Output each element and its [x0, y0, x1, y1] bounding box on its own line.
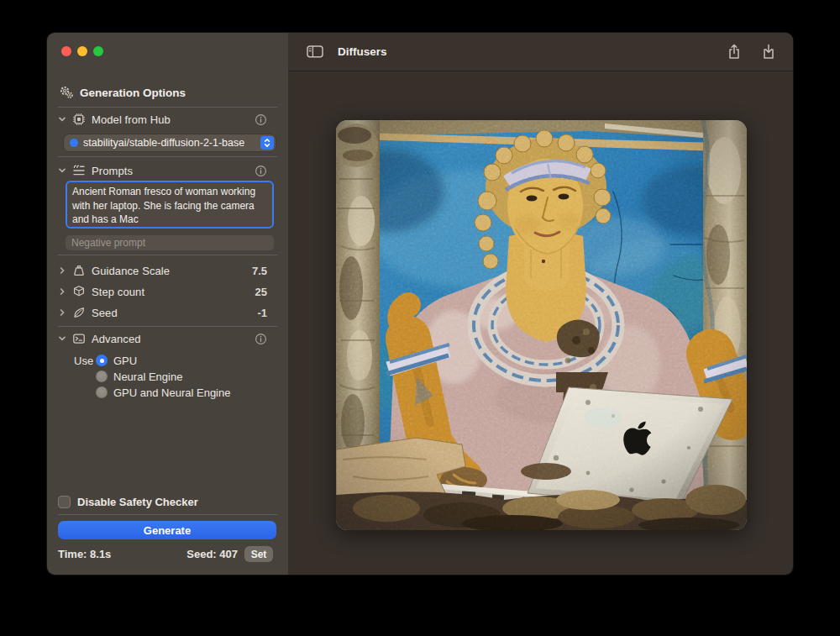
model-select-value: stabilityai/stable-diffusion-2-1-base — [83, 137, 260, 149]
status-bar: Time: 8.1s Seed: 407 Set — [47, 546, 288, 563]
prompts-section-row[interactable]: Prompts — [47, 163, 288, 178]
guidance-scale-label: Guidance Scale — [92, 265, 170, 277]
model-status-dot — [70, 139, 78, 147]
close-button[interactable] — [61, 46, 71, 56]
model-select[interactable]: stabilityai/stable-diffusion-2-1-base — [64, 134, 276, 151]
weight-icon — [72, 264, 86, 277]
step-count-value: 25 — [255, 286, 267, 298]
set-seed-button[interactable]: Set — [244, 546, 273, 562]
seed-value: -1 — [257, 307, 267, 319]
disable-safety-checker-checkbox[interactable] — [58, 496, 71, 508]
chevron-right-icon[interactable] — [58, 266, 68, 275]
gpu-and-neural-engine-option-label: GPU and Neural Engine — [113, 386, 230, 399]
divider — [58, 156, 277, 157]
app-window: Generation Options Model from Hub — [46, 32, 794, 576]
info-icon[interactable] — [255, 165, 267, 177]
save-image-icon[interactable] — [761, 43, 776, 60]
neural-engine-option-label: Neural Engine — [113, 371, 182, 383]
canvas-area — [288, 71, 793, 575]
model-section-label: Model from Hub — [92, 113, 171, 126]
radio-neural-engine[interactable] — [96, 371, 108, 382]
chevron-down-icon[interactable] — [58, 334, 68, 343]
chevron-right-icon[interactable] — [58, 287, 68, 296]
use-label: Use — [74, 355, 93, 367]
gpu-option-label: GPU — [113, 355, 137, 367]
last-seed: Seed: 407 — [186, 548, 238, 560]
traffic-lights — [61, 46, 103, 56]
cpu-icon — [72, 113, 86, 126]
generation-options-header: Generation Options — [47, 85, 288, 100]
safety-checker-row[interactable]: Disable Safety Checker — [47, 494, 288, 509]
leaf-icon — [72, 306, 86, 319]
divider — [58, 255, 277, 255]
step-count-row[interactable]: Step count 25 — [47, 284, 288, 299]
zoom-button[interactable] — [93, 46, 103, 56]
divider — [58, 514, 277, 515]
chevron-down-icon[interactable] — [58, 166, 68, 175]
titlebar: Diffusers — [288, 33, 793, 71]
radio-gpu[interactable] — [96, 355, 108, 366]
share-icon[interactable] — [727, 43, 742, 60]
minimize-button[interactable] — [77, 46, 87, 56]
select-stepper-icon[interactable] — [260, 136, 274, 150]
window-title: Diffusers — [338, 45, 387, 58]
main-area: Diffusers — [288, 33, 793, 575]
advanced-section-label: Advanced — [92, 333, 141, 345]
chevron-down-icon[interactable] — [58, 115, 68, 124]
seed-label: Seed — [92, 307, 118, 319]
sidebar: Generation Options Model from Hub — [47, 33, 288, 575]
compute-option-gpu-neural-engine[interactable]: GPU and Neural Engine — [47, 386, 288, 399]
radio-gpu-and-neural-engine[interactable] — [96, 386, 108, 398]
cube-icon — [72, 285, 86, 298]
compute-option-gpu[interactable]: Use GPU — [47, 354, 288, 367]
gears-icon — [60, 86, 73, 99]
generation-time: Time: 8.1s — [58, 548, 111, 560]
prompt-input[interactable]: Ancient Roman fresco of woman working wi… — [66, 181, 274, 229]
terminal-icon — [72, 332, 86, 345]
toggle-sidebar-icon[interactable] — [307, 45, 323, 59]
model-section-row[interactable]: Model from Hub — [47, 112, 288, 127]
chevron-right-icon[interactable] — [58, 308, 68, 317]
generate-button[interactable]: Generate — [58, 521, 276, 539]
disable-safety-checker-label: Disable Safety Checker — [77, 496, 198, 508]
advanced-section-row[interactable]: Advanced — [47, 331, 288, 346]
seed-row[interactable]: Seed -1 — [47, 305, 288, 320]
prompts-section-label: Prompts — [92, 165, 133, 177]
step-count-label: Step count — [92, 286, 144, 298]
page-title: Generation Options — [80, 87, 186, 99]
generated-image[interactable] — [336, 120, 747, 530]
compute-option-neural-engine[interactable]: Neural Engine — [47, 370, 288, 383]
guidance-scale-row[interactable]: Guidance Scale 7.5 — [47, 263, 288, 278]
info-icon[interactable] — [255, 333, 267, 345]
info-icon[interactable] — [255, 113, 267, 126]
divider — [58, 326, 277, 327]
quote-lines-icon — [72, 164, 86, 177]
guidance-scale-value: 7.5 — [252, 265, 267, 277]
divider — [58, 107, 277, 108]
negative-prompt-input[interactable] — [66, 235, 274, 250]
